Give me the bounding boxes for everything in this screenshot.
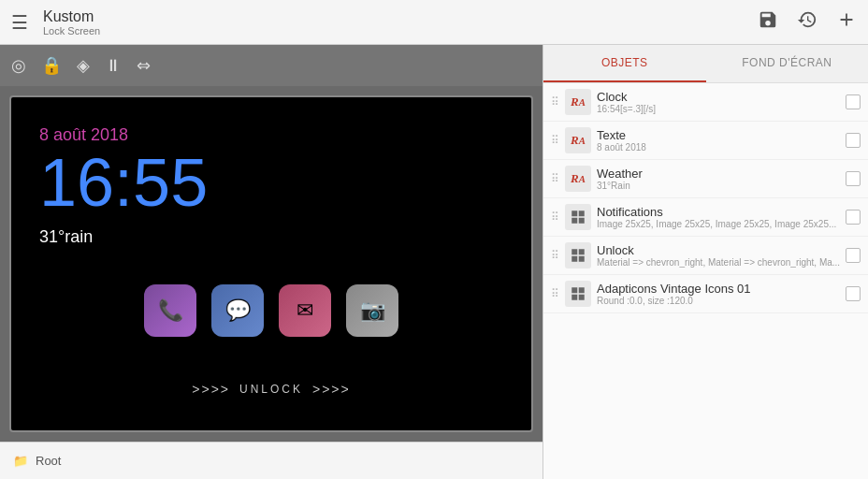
object-info: Weather 31°Rain (597, 167, 840, 191)
title-bar: ☰ Kustom Lock Screen (0, 0, 868, 45)
object-type-icon (565, 281, 591, 307)
object-visibility-checkbox[interactable] (846, 94, 861, 109)
unlock-row: >>>> UNLOCK >>>> (192, 382, 350, 397)
right-panel: OBJETS FOND D'ÉCRAN ⠿ RA Clock 16:54[s=.… (542, 45, 868, 479)
message-app-icon[interactable]: 💬 (211, 284, 264, 337)
menu-icon[interactable]: ☰ (11, 11, 28, 34)
drag-handle-icon: ⠿ (551, 95, 559, 109)
object-type-icon (565, 204, 591, 230)
object-info: Clock 16:54[s=.3][/s] (597, 90, 840, 114)
unlock-arrows-right: >>>> (312, 382, 351, 397)
app-icons-row: 📞 💬 ✉ 📷 (144, 284, 398, 337)
object-visibility-checkbox[interactable] (846, 133, 861, 148)
object-list: ⠿ RA Clock 16:54[s=.3][/s] ⠿ RA Texte 8 … (543, 83, 868, 479)
object-type-icon (565, 242, 591, 269)
object-subtitle: Image 25x25, Image 25x25, Image 25x25, I… (597, 219, 840, 229)
unlock-arrows-left: >>>> (192, 382, 230, 397)
phone-weather: 31°rain (39, 227, 503, 247)
object-subtitle: 8 août 2018 (597, 142, 840, 152)
phone-time: 16:55 (39, 149, 503, 216)
drag-handle-icon: ⠿ (551, 210, 559, 224)
layers-icon[interactable]: ◈ (77, 55, 90, 76)
object-visibility-checkbox[interactable] (846, 171, 861, 186)
object-name: Notifications (597, 205, 840, 219)
unlock-label: UNLOCK (239, 383, 303, 396)
main-content: ◎ 🔒 ◈ ⏸ ⇔ 8 août 2018 16:55 31°rain 📞 (0, 45, 868, 479)
drag-handle-icon: ⠿ (551, 172, 559, 185)
object-info: Adapticons Vintage Icons 01 Round :0.0, … (597, 282, 840, 306)
object-name: Weather (597, 167, 840, 181)
folder-icon: 📁 (13, 454, 28, 468)
left-panel: ◎ 🔒 ◈ ⏸ ⇔ 8 août 2018 16:55 31°rain 📞 (0, 45, 542, 479)
preview-area: 8 août 2018 16:55 31°rain 📞 💬 ✉ (0, 86, 542, 442)
object-name: Texte (597, 128, 840, 142)
save-icon[interactable] (758, 9, 778, 35)
target-icon[interactable]: ◎ (11, 55, 26, 76)
lock-icon[interactable]: 🔒 (41, 55, 62, 76)
tab-fond-ecran[interactable]: FOND D'ÉCRAN (706, 45, 868, 82)
resize-icon[interactable]: ⇔ (137, 55, 151, 76)
object-name: Unlock (597, 243, 840, 257)
app-title: Kustom (43, 7, 758, 25)
bottom-bar: 📁 Root (0, 442, 542, 479)
pause-icon[interactable]: ⏸ (105, 56, 122, 76)
object-subtitle: 31°Rain (597, 181, 840, 191)
app-subtitle: Lock Screen (43, 25, 758, 36)
phone-date: 8 août 2018 (39, 125, 503, 145)
drag-handle-icon: ⠿ (551, 249, 559, 262)
phone-content: 8 août 2018 16:55 31°rain 📞 💬 ✉ (11, 97, 531, 430)
folder-label: Root (36, 454, 61, 468)
list-item[interactable]: ⠿ RA Clock 16:54[s=.3][/s] (543, 83, 868, 122)
history-icon[interactable] (797, 9, 817, 35)
title-bar-actions (758, 9, 857, 35)
object-visibility-checkbox[interactable] (846, 248, 861, 263)
editor-toolbar: ◎ 🔒 ◈ ⏸ ⇔ (0, 45, 542, 86)
object-name: Clock (597, 90, 840, 104)
object-info: Notifications Image 25x25, Image 25x25, … (597, 205, 840, 229)
object-visibility-checkbox[interactable] (846, 286, 861, 301)
mail-app-icon[interactable]: ✉ (279, 284, 331, 337)
list-item[interactable]: ⠿ Notifications Image 25x25, Image 25x25… (543, 198, 868, 237)
panel-tabs: OBJETS FOND D'ÉCRAN (543, 45, 868, 83)
drag-handle-icon: ⠿ (551, 287, 559, 300)
object-type-icon: RA (565, 127, 591, 153)
object-subtitle: Material => chevron_right, Material => c… (597, 257, 840, 268)
object-visibility-checkbox[interactable] (846, 210, 861, 225)
tab-objets[interactable]: OBJETS (543, 45, 706, 82)
list-item[interactable]: ⠿ Unlock Material => chevron_right, Mate… (543, 237, 868, 275)
list-item[interactable]: ⠿ RA Weather 31°Rain (543, 160, 868, 198)
title-group: Kustom Lock Screen (43, 7, 758, 36)
list-item[interactable]: ⠿ RA Texte 8 août 2018 (543, 122, 868, 160)
object-info: Texte 8 août 2018 (597, 128, 840, 152)
drag-handle-icon: ⠿ (551, 134, 559, 147)
object-subtitle: 16:54[s=.3][/s] (597, 104, 840, 114)
camera-app-icon[interactable]: 📷 (346, 284, 398, 337)
object-info: Unlock Material => chevron_right, Materi… (597, 243, 840, 268)
phone-preview: 8 août 2018 16:55 31°rain 📞 💬 ✉ (9, 95, 533, 432)
object-type-icon: RA (565, 89, 591, 115)
add-icon[interactable] (836, 9, 857, 35)
object-name: Adapticons Vintage Icons 01 (597, 282, 840, 296)
phone-app-icon[interactable]: 📞 (144, 284, 196, 337)
object-type-icon: RA (565, 166, 591, 192)
list-item[interactable]: ⠿ Adapticons Vintage Icons 01 Round :0.0… (543, 275, 868, 313)
object-subtitle: Round :0.0, size :120.0 (597, 296, 840, 306)
